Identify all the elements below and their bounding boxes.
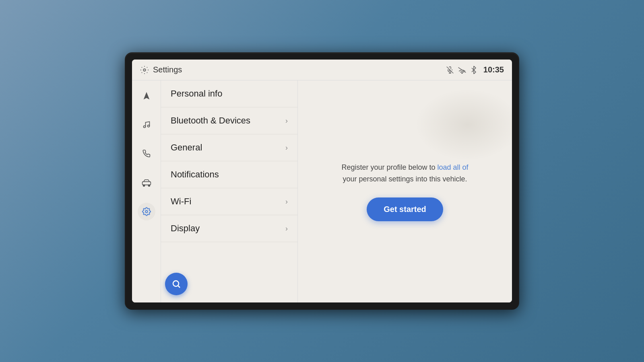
mute-icon — [446, 66, 454, 74]
svg-point-5 — [462, 72, 462, 73]
svg-point-0 — [143, 69, 146, 71]
svg-point-8 — [147, 125, 149, 127]
menu-item-display[interactable]: Display › — [161, 215, 297, 242]
display-label: Display — [171, 223, 200, 234]
top-bar: Settings — [132, 60, 512, 80]
svg-rect-9 — [142, 182, 151, 185]
network-off-icon — [458, 66, 466, 74]
main-content: Personal info Bluetooth & Devices › Gene… — [132, 80, 512, 302]
bluetooth-icon — [471, 66, 477, 74]
notifications-label: Notifications — [171, 169, 219, 180]
menu-item-bluetooth-devices[interactable]: Bluetooth & Devices › — [161, 107, 297, 134]
nav-sidebar — [132, 80, 161, 302]
infotainment-screen: Settings — [132, 60, 512, 302]
settings-title: Settings — [153, 65, 182, 74]
svg-point-7 — [143, 126, 145, 128]
nav-navigation[interactable] — [138, 87, 155, 105]
settings-header-icon — [140, 66, 149, 74]
time-display: 10:35 — [483, 65, 504, 74]
general-label: General — [171, 142, 202, 153]
content-highlight: load all of — [438, 163, 469, 171]
nav-music[interactable] — [138, 116, 155, 134]
general-chevron-icon: › — [285, 144, 288, 152]
top-bar-right: 10:35 — [446, 65, 504, 74]
svg-point-12 — [145, 210, 148, 213]
wifi-chevron-icon: › — [285, 197, 288, 206]
content-panel: Register your profile below to load all … — [298, 80, 512, 302]
svg-marker-6 — [143, 92, 149, 99]
screen-surround: Settings — [125, 52, 519, 310]
svg-line-14 — [178, 286, 180, 288]
menu-item-wifi[interactable]: Wi-Fi › — [161, 188, 297, 215]
top-bar-left: Settings — [140, 65, 182, 74]
wifi-label: Wi-Fi — [171, 196, 191, 207]
bluetooth-chevron-icon: › — [285, 117, 288, 125]
bluetooth-devices-label: Bluetooth & Devices — [171, 115, 250, 126]
menu-item-notifications[interactable]: Notifications — [161, 161, 297, 188]
nav-car[interactable] — [138, 174, 155, 191]
content-description: Register your profile below to load all … — [341, 162, 468, 185]
settings-menu: Personal info Bluetooth & Devices › Gene… — [161, 80, 298, 302]
nav-phone[interactable] — [138, 145, 155, 162]
menu-item-general[interactable]: General › — [161, 134, 297, 161]
get-started-button[interactable]: Get started — [367, 197, 443, 221]
svg-point-13 — [173, 281, 179, 286]
search-fab-button[interactable] — [165, 273, 188, 295]
svg-point-11 — [148, 185, 150, 186]
menu-item-personal-info[interactable]: Personal info — [161, 80, 297, 107]
personal-info-label: Personal info — [171, 88, 222, 99]
nav-settings[interactable] — [138, 203, 155, 220]
svg-point-10 — [143, 185, 144, 186]
display-chevron-icon: › — [285, 224, 288, 233]
